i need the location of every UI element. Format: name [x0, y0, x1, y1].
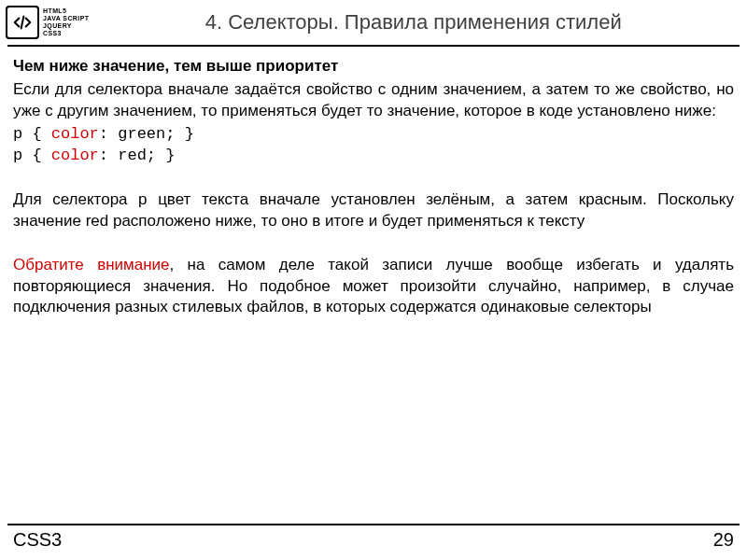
page-title: 4. Селекторы. Правила применения стилей — [89, 8, 738, 35]
code-icon — [6, 6, 39, 39]
logo-text: HTML5 JAVA SCRIPT JQUERY CSS3 — [43, 7, 89, 37]
logo: HTML5 JAVA SCRIPT JQUERY CSS3 — [6, 4, 89, 39]
attention-label: Обратите внимание — [13, 256, 170, 273]
header: HTML5 JAVA SCRIPT JQUERY CSS3 4. Селекто… — [0, 0, 747, 45]
slide: HTML5 JAVA SCRIPT JQUERY CSS3 4. Селекто… — [0, 0, 747, 560]
footer: CSS3 29 — [0, 524, 747, 551]
content: Чем ниже значение, тем выше приоритет Ес… — [0, 47, 747, 318]
page-number: 29 — [713, 529, 734, 551]
paragraph-2: Для селектора p цвет текста вначале уста… — [13, 189, 734, 232]
footer-left: CSS3 — [13, 529, 62, 551]
svg-line-0 — [21, 17, 24, 29]
subheading: Чем ниже значение, тем выше приоритет — [13, 56, 734, 77]
paragraph-1: Если для селектора вначале задаётся свой… — [13, 79, 734, 122]
paragraph-3: Обратите внимание, на самом деле такой з… — [13, 255, 734, 319]
code-block: p { color: green; } p { color: red; } — [13, 124, 734, 167]
